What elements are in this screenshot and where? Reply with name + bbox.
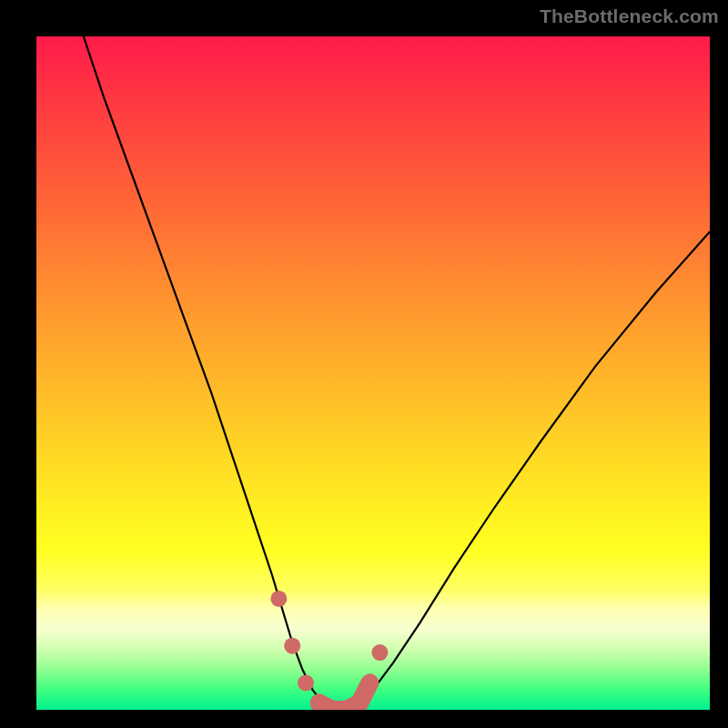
sweet-spot-markers: [270, 591, 388, 710]
svg-point-2: [298, 674, 314, 691]
watermark-text: TheBottleneck.com: [540, 5, 719, 27]
svg-point-1: [284, 638, 300, 654]
svg-point-8: [371, 644, 388, 661]
chart-svg: [36, 36, 710, 710]
svg-point-7: [361, 674, 378, 691]
bottleneck-curve: [84, 36, 710, 710]
chart-plot-area: [36, 36, 710, 710]
svg-point-0: [270, 591, 287, 607]
chart-frame: TheBottleneck.com: [0, 0, 728, 728]
